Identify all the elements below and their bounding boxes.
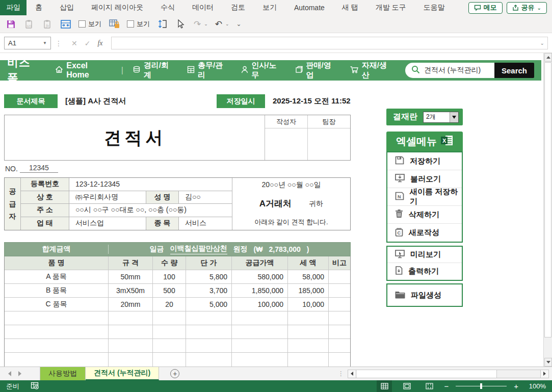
recipient-name[interactable]: A거래처 [259,198,292,210]
cancel-icon[interactable]: ✕ [71,39,77,47]
page-layout-view-icon[interactable] [399,380,414,392]
zoom-out-icon[interactable]: − [444,382,449,390]
paste-values-icon[interactable]: 123 [23,18,35,30]
view-checkbox-2[interactable] [127,20,134,28]
share-button[interactable]: 공유 ⌄ [507,2,547,14]
sheet-tab-quotation[interactable]: 견적서 (누적관리) [86,367,159,380]
doc-heading[interactable]: 견적서 [5,115,266,161]
horizontal-scrollbar[interactable] [348,370,549,378]
load-menu-item[interactable]: 불러오기 [387,170,462,188]
item-row-1[interactable]: A 품목 50mm 100 5,800 580,000 58,000 [5,270,350,284]
prev-sheet-icon[interactable] [8,371,11,376]
view-checkbox-1[interactable] [78,20,86,28]
tab-help[interactable]: 도움말 [415,0,454,15]
quote-date[interactable]: 20○○년 ○○월 ○○일 [236,180,346,190]
page-break-view-icon[interactable] [422,380,437,392]
insert-function-icon[interactable]: fx [97,39,102,47]
nav-accounting[interactable]: 경리/회계 [133,61,176,80]
redo-chevron-icon[interactable]: ⌄ [204,21,208,27]
signature-cell-leader[interactable] [308,128,350,160]
item-row-2[interactable]: B 품목 3mX50m 500 3,700 1,850,000 185,000 [5,284,350,298]
normal-view-icon[interactable] [377,380,392,392]
name-box[interactable]: A1 ▼ [4,37,51,49]
qat-overflow-icon[interactable]: ⌄ [236,21,242,27]
tab-developer[interactable]: 개발 도구 [367,0,415,15]
doc-number-value[interactable]: 12345 [20,164,58,173]
nav-materials[interactable]: 자재/생산 [350,61,394,80]
cursor-icon[interactable] [175,18,187,30]
search-input[interactable] [424,66,490,74]
total-amount-number[interactable]: 2,783,000 [269,245,300,253]
scroll-down-icon[interactable] [544,358,552,367]
undo-icon[interactable]: ↶ [215,20,222,29]
tab-data[interactable]: 데이터 [183,0,222,15]
zoom-slider[interactable] [456,386,507,386]
zoom-level[interactable]: 100% [525,382,546,390]
tab-formulas[interactable]: 수식 [152,0,183,15]
tab-automate[interactable]: Automate [285,0,333,15]
delete-menu-item[interactable]: 삭제하기 [387,206,462,224]
address-value[interactable]: ○○시 ○○구 ○○대로 ○○, ○○층 (○○동) [69,204,232,217]
freeze-panes-icon[interactable] [60,18,71,30]
preview-menu-item[interactable]: 미리보기 [387,247,462,263]
item-row-empty[interactable] [5,353,350,367]
tab-home[interactable]: 홈 [27,0,51,15]
save-as-menu-item[interactable]: N 새이름 저장하기 [387,188,462,206]
nav-hr-labor[interactable]: 인사/노무 [241,61,283,80]
item-row-3[interactable]: C 품목 20mm 20 5,000 100,000 10,000 [5,298,350,311]
comments-button[interactable]: 메모 [468,2,503,14]
scroll-left-icon[interactable] [348,370,356,378]
undo-chevron-icon[interactable]: ⌄ [225,21,229,27]
approval-count-dropdown[interactable]: 2개 [423,112,459,123]
reg-number-value[interactable]: 123-12-12345 [69,178,232,191]
create-file-menu-item[interactable]: 파일생성 [387,284,462,306]
dropdown-arrow-icon[interactable] [450,112,458,122]
save-menu-item[interactable]: 저장하기 [387,152,462,170]
tab-insert[interactable]: 삽입 [51,0,83,15]
business-item-value[interactable]: 서비스 [179,217,232,230]
item-row-empty[interactable] [5,339,350,353]
paste-formula-icon[interactable]: fx [42,18,53,30]
signature-cell-writer[interactable] [265,128,308,160]
enter-icon[interactable]: ✓ [85,39,91,47]
tab-review[interactable]: 검토 [222,0,254,15]
scroll-right-icon[interactable] [540,370,548,378]
sheet-tab-usage[interactable]: 사용방법 [40,367,86,380]
vertical-scrollbar-thumb[interactable] [544,62,551,337]
expand-formula-bar-icon[interactable]: ⌄ [540,40,544,46]
zoom-in-icon[interactable]: + [514,382,518,390]
tab-view[interactable]: 보기 [254,0,285,15]
nav-general-affairs[interactable]: 총무/관리 [187,61,230,80]
search-button[interactable]: Search [494,63,534,78]
zoom-slider-handle[interactable] [480,383,482,389]
row-height-icon[interactable] [157,18,168,30]
scroll-up-icon[interactable] [544,53,552,62]
company-value[interactable]: ㈜우리회사명 [69,191,146,204]
formula-input[interactable]: ⌄ [111,37,548,49]
business-type-value[interactable]: 서비스업 [69,217,146,230]
total-amount-korean[interactable]: 이백칠십팔만삼천 [170,244,227,254]
ceo-name-value[interactable]: 김○○ [179,191,232,204]
excel-home-link[interactable]: Excel Home [55,61,112,80]
name-box-dropdown-icon[interactable]: ▼ [43,41,47,45]
tab-file[interactable]: 파일 [0,0,27,15]
redo-icon[interactable]: ↷ [194,20,201,29]
horizontal-scrollbar-thumb[interactable] [357,370,497,378]
doc-title-value[interactable]: [샘플] A사 견적서 [65,96,126,106]
save-icon[interactable] [5,18,16,30]
new-document-menu-item[interactable]: C 새로작성 [387,224,462,242]
macro-record-icon[interactable] [31,382,39,391]
nav-sales[interactable]: 판매/영업 [295,61,338,80]
new-sheet-icon[interactable]: + [170,369,179,378]
bizforms-logo[interactable]: 비즈폼 [7,55,42,86]
saved-at-value[interactable]: 2025-12-15 오전 11:52 [273,96,351,106]
item-row-empty[interactable] [5,311,350,325]
print-menu-item[interactable]: 출력하기 [387,263,462,279]
next-sheet-icon[interactable] [18,371,21,376]
tab-new-tab[interactable]: 새 탭 [333,0,367,15]
protect-sheet-icon[interactable] [109,18,120,30]
tab-page-layout[interactable]: 페이지 레이아웃 [83,0,152,15]
vertical-scrollbar[interactable] [543,53,552,367]
scrollbar-gripper[interactable]: ⋮ [338,370,345,377]
item-row-empty[interactable] [5,325,350,339]
